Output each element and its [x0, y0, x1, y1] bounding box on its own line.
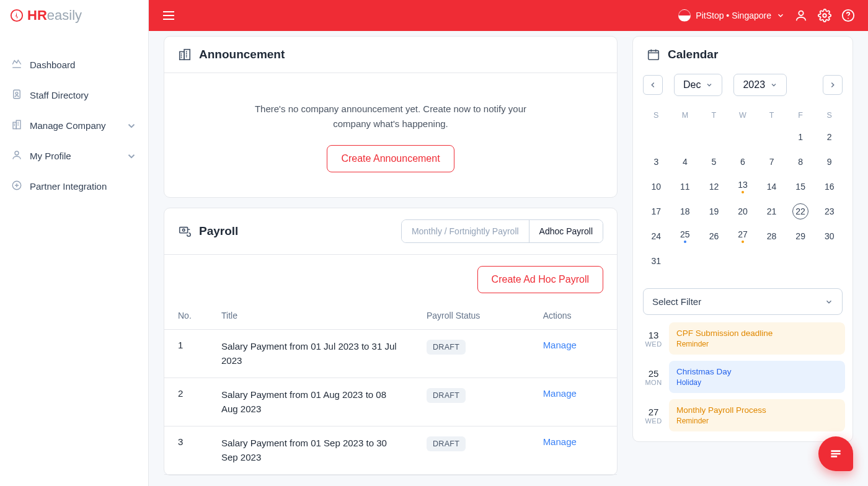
calendar-day[interactable]: 18 [671, 199, 700, 224]
calendar-day[interactable]: 11 [671, 174, 700, 199]
svg-rect-15 [649, 51, 659, 60]
create-adhoc-payroll-button[interactable]: Create Ad Hoc Payroll [477, 266, 603, 293]
nav-item-icon [11, 180, 22, 193]
calendar-day[interactable]: 4 [671, 149, 700, 174]
nav: DashboardStaff DirectoryManage CompanyMy… [0, 31, 148, 206]
svg-point-5 [15, 151, 19, 155]
calendar-day[interactable]: 27 [728, 224, 758, 249]
calendar-day[interactable]: 7 [757, 149, 786, 174]
logo-hr: HR [27, 7, 47, 23]
svg-point-14 [182, 229, 185, 231]
calendar-day[interactable]: 13 [728, 174, 758, 199]
help-button[interactable] [841, 8, 856, 23]
sidebar-item-label: Partner Integration [30, 181, 107, 192]
chevron-down-icon [770, 81, 777, 89]
calendar-day[interactable]: 14 [757, 174, 786, 199]
calendar-day[interactable]: 5 [699, 149, 728, 174]
calendar-day[interactable]: 25 [671, 224, 700, 249]
sidebar-item-label: Staff Directory [30, 90, 89, 100]
chat-fab[interactable] [818, 436, 853, 471]
calendar-day[interactable]: 28 [757, 224, 786, 249]
sidebar-item-partner-integration[interactable]: Partner Integration [5, 171, 143, 201]
calendar-day[interactable]: 23 [815, 199, 844, 224]
cell-status: DRAFT [413, 330, 529, 378]
cell-title: Salary Payment from 01 Jul 2023 to 31 Ju… [208, 330, 413, 378]
location-label: PitStop • Singapore [696, 11, 771, 20]
calendar-next-button[interactable] [823, 75, 843, 95]
nav-item-icon [11, 58, 22, 71]
calendar-day[interactable]: 16 [815, 174, 844, 199]
event-kind: Reminder [676, 340, 838, 348]
calendar-day[interactable]: 19 [699, 199, 728, 224]
year-select[interactable]: 2023 [733, 74, 787, 96]
calendar-day[interactable]: 9 [815, 149, 844, 174]
event-dot [684, 241, 686, 243]
calendar-day[interactable]: 26 [699, 224, 728, 249]
location-selector[interactable]: PitStop • Singapore [678, 9, 785, 22]
svg-point-2 [16, 92, 18, 95]
svg-rect-13 [180, 228, 188, 233]
calendar-day[interactable]: 6 [728, 149, 758, 174]
tab-adhoc[interactable]: Adhoc Payroll [529, 220, 603, 242]
menu-toggle-button[interactable] [161, 8, 176, 23]
user-button[interactable] [794, 8, 808, 23]
calendar-day[interactable]: 1 [786, 125, 815, 149]
announcement-card: Announcement There's no company announce… [164, 36, 618, 198]
weekday-label: F [786, 106, 815, 125]
manage-link[interactable]: Manage [543, 340, 577, 350]
calendar-day[interactable]: 21 [757, 199, 786, 224]
calendar-day[interactable]: 17 [642, 199, 671, 224]
logo-easily: easily [47, 7, 82, 23]
table-row: 2Salary Payment from 01 Aug 2023 to 08 A… [164, 378, 617, 426]
calendar-day[interactable]: 12 [699, 174, 728, 199]
calendar-day[interactable]: 30 [815, 224, 844, 249]
calendar-prev-button[interactable] [643, 75, 663, 95]
calendar-day[interactable]: 10 [642, 174, 671, 199]
manage-link[interactable]: Manage [543, 388, 577, 399]
payroll-title: Payroll [199, 224, 238, 238]
announcement-message: There's no company announcement yet. Cre… [248, 102, 533, 131]
svg-rect-11 [180, 51, 184, 60]
sidebar-item-manage-company[interactable]: Manage Company [5, 110, 143, 141]
settings-button[interactable] [817, 8, 832, 23]
sidebar-item-my-profile[interactable]: My Profile [5, 141, 143, 171]
svg-rect-12 [184, 50, 190, 60]
nav-item-icon [11, 89, 22, 102]
calendar-event[interactable]: 13WEDCPF Submission deadlineReminder [640, 322, 845, 355]
calendar-day[interactable]: 24 [642, 224, 671, 249]
manage-link[interactable]: Manage [543, 436, 577, 447]
month-select[interactable]: Dec [674, 74, 722, 96]
create-announcement-button[interactable]: Create Announcement [327, 145, 454, 172]
event-kind: Holiday [676, 378, 838, 387]
calendar-day[interactable]: 31 [642, 249, 671, 273]
nav-item-icon [11, 119, 22, 132]
calendar-event[interactable]: 27WEDMonthly Payroll ProcessReminder [640, 399, 845, 431]
sidebar-item-staff-directory[interactable]: Staff Directory [5, 80, 143, 110]
weekday-label: T [699, 106, 728, 125]
logo[interactable]: HReasily [0, 0, 148, 31]
payroll-card: Payroll Monthly / Fortnightly Payroll Ad… [164, 208, 618, 475]
cell-status: DRAFT [413, 426, 529, 475]
calendar-event[interactable]: 25MONChristmas DayHoliday [640, 361, 845, 393]
calendar-day[interactable]: 20 [728, 199, 758, 224]
calendar-day[interactable]: 29 [786, 224, 815, 249]
weekday-label: T [757, 106, 786, 125]
weekday-label: M [671, 106, 700, 125]
topbar: PitStop • Singapore [149, 0, 868, 31]
calendar-card: Calendar Dec 2023 SMTWTFS123456789101112… [632, 36, 853, 442]
calendar-filter-select[interactable]: Select Filter [643, 288, 843, 315]
calendar-day[interactable]: 3 [642, 149, 671, 174]
chevron-down-icon [706, 81, 713, 89]
col-title: Title [208, 302, 413, 330]
sidebar-item-dashboard[interactable]: Dashboard [5, 50, 143, 80]
sidebar-item-label: Dashboard [30, 60, 75, 70]
calendar-day[interactable]: 22 [786, 199, 815, 224]
status-badge: DRAFT [427, 436, 466, 451]
calendar-day[interactable]: 8 [786, 149, 815, 174]
calendar-day[interactable]: 15 [786, 174, 815, 199]
building-icon [178, 48, 192, 61]
weekday-label: W [728, 106, 758, 125]
calendar-day[interactable]: 2 [815, 125, 844, 149]
tab-monthly[interactable]: Monthly / Fortnightly Payroll [402, 220, 529, 242]
gear-icon [818, 9, 831, 22]
